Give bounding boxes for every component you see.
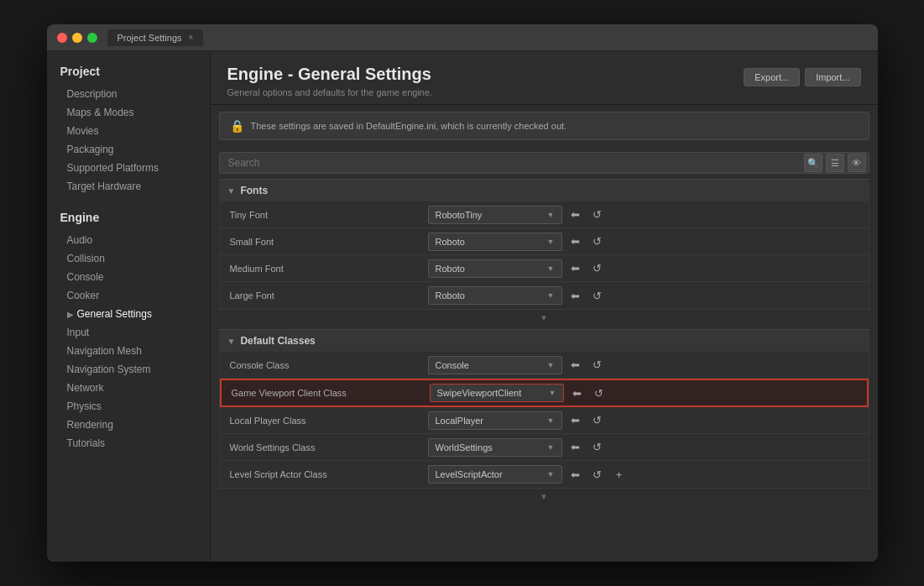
search-bar: 🔍 ☰ 👁 bbox=[219, 152, 869, 174]
sidebar-item-physics[interactable]: Physics bbox=[47, 397, 210, 416]
game-viewport-reset-icon[interactable]: ↺ bbox=[591, 387, 608, 400]
level-script-browse-icon[interactable]: ⬅ bbox=[567, 468, 584, 481]
world-settings-dropdown-arrow: ▼ bbox=[547, 443, 555, 452]
small-font-browse-icon[interactable]: ⬅ bbox=[567, 235, 584, 248]
eye-view-btn[interactable]: 👁 bbox=[848, 154, 866, 172]
sidebar-item-movies[interactable]: Movies bbox=[47, 122, 210, 140]
level-script-reset-icon[interactable]: ↺ bbox=[589, 468, 606, 481]
sidebar-item-maps-modes[interactable]: Maps & Modes bbox=[47, 103, 210, 122]
sidebar-item-general-settings[interactable]: ▶ General Settings bbox=[47, 305, 210, 323]
sidebar-item-network[interactable]: Network bbox=[47, 379, 210, 397]
default-classes-section: ▼ Default Classes Console Class Console … bbox=[219, 329, 869, 505]
import-button[interactable]: Import... bbox=[805, 68, 860, 86]
fonts-scroll-indicator: ▼ bbox=[219, 310, 869, 326]
list-view-btn[interactable]: ☰ bbox=[826, 154, 844, 172]
table-row: Level Script Actor Class LevelScriptActo… bbox=[220, 461, 869, 488]
local-player-browse-icon[interactable]: ⬅ bbox=[567, 414, 584, 426]
game-viewport-dropdown-arrow: ▼ bbox=[549, 389, 556, 397]
header-text: Engine - General Settings General option… bbox=[227, 65, 433, 97]
lock-icon: 🔒 bbox=[230, 119, 244, 133]
game-viewport-browse-icon[interactable]: ⬅ bbox=[569, 387, 586, 400]
small-font-dropdown[interactable]: Roboto ▼ bbox=[428, 233, 562, 251]
console-class-dropdown[interactable]: Console ▼ bbox=[428, 356, 562, 374]
world-settings-label: World Settings Class bbox=[220, 442, 421, 453]
sidebar-item-navigation-mesh[interactable]: Navigation Mesh bbox=[47, 342, 210, 360]
tab-project-settings[interactable]: Project Settings × bbox=[107, 29, 204, 46]
console-class-browse-icon[interactable]: ⬅ bbox=[567, 358, 584, 371]
tiny-font-reset-icon[interactable]: ↺ bbox=[589, 208, 606, 221]
sidebar-item-target-hardware[interactable]: Target Hardware bbox=[47, 177, 210, 196]
traffic-lights bbox=[57, 33, 97, 43]
medium-font-dropdown[interactable]: Roboto ▼ bbox=[428, 259, 562, 278]
sidebar-item-navigation-system[interactable]: Navigation System bbox=[47, 360, 210, 379]
medium-font-dropdown-arrow: ▼ bbox=[547, 264, 555, 273]
large-font-dropdown[interactable]: Roboto ▼ bbox=[428, 286, 562, 305]
sidebar-item-cooker[interactable]: Cooker bbox=[47, 286, 210, 305]
table-row: Console Class Console ▼ ⬅ ↺ bbox=[220, 352, 869, 379]
sidebar-item-description[interactable]: Description bbox=[47, 85, 210, 103]
game-viewport-dropdown[interactable]: SwipeViewportClient ▼ bbox=[430, 384, 564, 402]
search-icon-btn[interactable]: 🔍 bbox=[804, 154, 822, 172]
world-settings-dropdown-value: WorldSettings bbox=[436, 442, 493, 453]
sidebar-item-input[interactable]: Input bbox=[47, 323, 210, 342]
content-header: Engine - General Settings General option… bbox=[211, 51, 878, 105]
console-class-reset-icon[interactable]: ↺ bbox=[589, 358, 606, 371]
local-player-dropdown[interactable]: LocalPlayer ▼ bbox=[428, 411, 562, 430]
table-row-highlighted: Game Viewport Client Class SwipeViewport… bbox=[220, 379, 869, 407]
fonts-section-header[interactable]: ▼ Fonts bbox=[219, 179, 869, 201]
world-settings-browse-icon[interactable]: ⬅ bbox=[567, 441, 584, 453]
level-script-label: Level Script Actor Class bbox=[220, 469, 421, 479]
table-row: Large Font Roboto ▼ ⬅ ↺ bbox=[220, 282, 869, 309]
default-classes-section-header[interactable]: ▼ Default Classes bbox=[219, 329, 869, 352]
table-row: World Settings Class WorldSettings ▼ ⬅ ↺ bbox=[220, 434, 869, 461]
medium-font-browse-icon[interactable]: ⬅ bbox=[567, 262, 584, 275]
window-body: Project Description Maps & Modes Movies … bbox=[47, 51, 878, 562]
fonts-section: ▼ Fonts Tiny Font RobotoTiny ▼ bbox=[219, 179, 869, 326]
large-font-browse-icon[interactable]: ⬅ bbox=[567, 290, 584, 302]
sidebar-item-packaging[interactable]: Packaging bbox=[47, 140, 210, 159]
level-script-dropdown-value: LevelScriptActor bbox=[436, 469, 503, 479]
sidebar-item-collision[interactable]: Collision bbox=[47, 249, 210, 268]
sidebar-item-audio[interactable]: Audio bbox=[47, 231, 210, 249]
minimize-button[interactable] bbox=[72, 33, 82, 43]
tab-close-icon[interactable]: × bbox=[189, 33, 194, 42]
world-settings-dropdown[interactable]: WorldSettings ▼ bbox=[428, 438, 562, 457]
search-input[interactable] bbox=[219, 152, 869, 174]
table-row: Local Player Class LocalPlayer ▼ ⬅ ↺ bbox=[220, 407, 869, 434]
close-button[interactable] bbox=[57, 33, 67, 43]
tiny-font-browse-icon[interactable]: ⬅ bbox=[567, 208, 584, 221]
large-font-reset-icon[interactable]: ↺ bbox=[589, 290, 606, 302]
local-player-value: LocalPlayer ▼ ⬅ ↺ bbox=[421, 408, 869, 433]
small-font-reset-icon[interactable]: ↺ bbox=[589, 235, 606, 248]
table-row: Tiny Font RobotoTiny ▼ ⬅ ↺ bbox=[220, 201, 869, 228]
default-classes-settings-table: Console Class Console ▼ ⬅ ↺ bbox=[219, 352, 869, 489]
medium-font-reset-icon[interactable]: ↺ bbox=[589, 262, 606, 275]
large-font-dropdown-arrow: ▼ bbox=[547, 291, 555, 300]
large-font-label: Large Font bbox=[220, 290, 421, 301]
maximize-button[interactable] bbox=[87, 33, 97, 43]
tiny-font-value: RobotoTiny ▼ ⬅ ↺ bbox=[421, 202, 869, 228]
sidebar-project-title: Project bbox=[47, 61, 210, 85]
level-script-dropdown[interactable]: LevelScriptActor ▼ bbox=[428, 465, 562, 484]
level-script-plus-icon[interactable]: + bbox=[611, 468, 628, 481]
fonts-collapse-arrow: ▼ bbox=[227, 186, 236, 196]
tiny-font-dropdown[interactable]: RobotoTiny ▼ bbox=[428, 206, 562, 224]
medium-font-value: Roboto ▼ ⬅ ↺ bbox=[421, 256, 869, 281]
game-viewport-label: Game Viewport Client Class bbox=[222, 388, 423, 398]
tiny-font-label: Tiny Font bbox=[220, 210, 421, 220]
titlebar: Project Settings × bbox=[47, 24, 878, 51]
tab-label: Project Settings bbox=[117, 33, 182, 43]
sidebar-item-tutorials[interactable]: Tutorials bbox=[47, 434, 210, 453]
console-class-label: Console Class bbox=[220, 360, 421, 370]
export-button[interactable]: Export... bbox=[744, 68, 800, 86]
small-font-label: Small Font bbox=[220, 237, 421, 247]
notice-bar: 🔒 These settings are saved in DefaultEng… bbox=[219, 112, 869, 140]
page-subtitle: General options and defaults for the gam… bbox=[227, 87, 433, 97]
sidebar-item-supported-platforms[interactable]: Supported Platforms bbox=[47, 159, 210, 177]
small-font-dropdown-value: Roboto bbox=[436, 237, 465, 247]
sidebar-item-console[interactable]: Console bbox=[47, 268, 210, 286]
sidebar-item-rendering[interactable]: Rendering bbox=[47, 416, 210, 434]
local-player-reset-icon[interactable]: ↺ bbox=[589, 414, 606, 426]
game-viewport-dropdown-value: SwipeViewportClient bbox=[437, 388, 522, 398]
world-settings-reset-icon[interactable]: ↺ bbox=[589, 441, 606, 453]
